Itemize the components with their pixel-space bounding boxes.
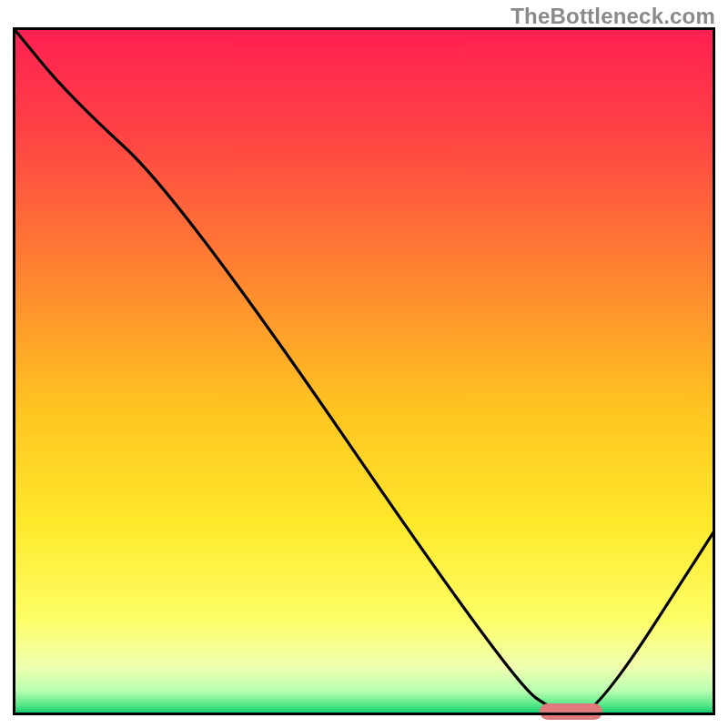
curve-layer [13,27,715,715]
watermark-text: TheBottleneck.com [511,4,715,29]
bottleneck-curve [13,27,715,715]
optimal-range-marker [540,703,602,720]
plot-area [13,27,715,715]
chart-container: TheBottleneck.com [0,0,728,728]
